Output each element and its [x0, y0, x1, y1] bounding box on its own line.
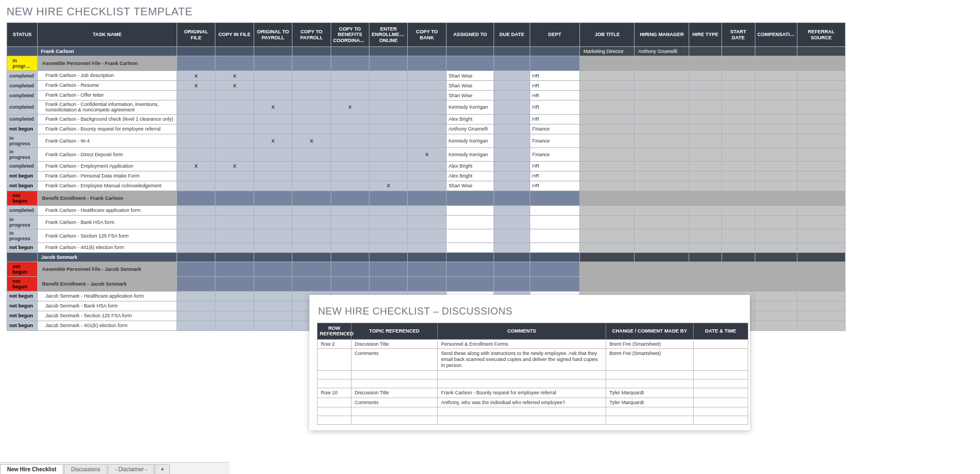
col-header[interactable]: COPY TO BENEFITS COORDINATOR — [331, 23, 369, 47]
mark-cell[interactable] — [215, 291, 254, 301]
mark-cell[interactable] — [369, 134, 407, 147]
mark-cell[interactable] — [177, 171, 215, 181]
mark-cell[interactable] — [369, 215, 407, 229]
table-row[interactable]: completedFrank Carlson - ResumeXXShari W… — [7, 81, 846, 91]
col-header[interactable]: ENTER ENROLLMENT ONLINE — [369, 23, 407, 47]
mark-cell[interactable] — [331, 91, 369, 100]
mark-cell[interactable] — [177, 181, 215, 191]
mark-cell[interactable] — [369, 91, 407, 100]
mark-cell[interactable]: X — [254, 134, 292, 147]
mark-cell[interactable] — [331, 147, 369, 161]
mark-cell[interactable] — [177, 124, 215, 134]
mark-cell[interactable] — [408, 181, 446, 191]
col-header[interactable]: START DATE — [721, 23, 755, 47]
mark-cell[interactable] — [215, 321, 254, 330]
mark-cell[interactable] — [215, 134, 254, 147]
mark-cell[interactable] — [369, 242, 407, 252]
table-row[interactable]: in progressFrank Carlson - Bank HSA form — [7, 215, 846, 229]
mark-cell[interactable] — [408, 100, 446, 115]
mark-cell[interactable] — [254, 291, 292, 301]
mark-cell[interactable] — [369, 81, 407, 91]
mark-cell[interactable] — [215, 301, 254, 311]
col-header[interactable]: DUE DATE — [494, 23, 530, 47]
mark-cell[interactable] — [254, 311, 292, 321]
table-row[interactable]: completedFrank Carlson - Offer letterSha… — [7, 91, 846, 100]
mark-cell[interactable] — [408, 161, 446, 171]
mark-cell[interactable]: X — [369, 181, 407, 191]
mark-cell[interactable] — [331, 81, 369, 91]
mark-cell[interactable] — [254, 215, 292, 229]
disc-row[interactable]: CommentsAnthony, who was the individual … — [318, 398, 748, 407]
col-header[interactable]: ASSIGNED TO — [446, 23, 494, 47]
mark-cell[interactable] — [369, 161, 407, 171]
col-header[interactable]: JOB TITLE — [580, 23, 635, 47]
mark-cell[interactable] — [215, 147, 254, 161]
mark-cell[interactable] — [408, 171, 446, 181]
col-header[interactable]: DEPT — [530, 23, 580, 47]
col-header[interactable]: ORIGINAL TO PAYROLL — [254, 23, 292, 47]
mark-cell[interactable] — [369, 100, 407, 115]
mark-cell[interactable] — [254, 181, 292, 191]
mark-cell[interactable]: X — [177, 81, 215, 91]
mark-cell[interactable] — [254, 205, 292, 215]
mark-cell[interactable] — [177, 291, 215, 301]
disc-row[interactable]: Row 10Discussion TitleFrank Carlson - Bo… — [318, 388, 748, 398]
table-row[interactable]: completedFrank Carlson - Employment Appl… — [7, 161, 846, 171]
mark-cell[interactable] — [408, 242, 446, 252]
sheet-tab[interactable]: - Disclaimer - — [108, 464, 154, 474]
mark-cell[interactable] — [292, 114, 331, 124]
mark-cell[interactable] — [408, 124, 446, 134]
mark-cell[interactable]: X — [177, 161, 215, 171]
mark-cell[interactable] — [215, 205, 254, 215]
mark-cell[interactable] — [254, 114, 292, 124]
col-header[interactable]: COMPENSATION — [755, 23, 797, 47]
mark-cell[interactable] — [215, 100, 254, 115]
col-header[interactable]: STATUS — [7, 23, 38, 47]
mark-cell[interactable]: X — [177, 71, 215, 81]
table-row[interactable]: completedFrank Carlson - Job description… — [7, 71, 846, 81]
mark-cell[interactable] — [177, 114, 215, 124]
mark-cell[interactable] — [177, 215, 215, 229]
mark-cell[interactable] — [254, 171, 292, 181]
mark-cell[interactable] — [177, 242, 215, 252]
col-header[interactable]: COPY TO BANK — [408, 23, 446, 47]
mark-cell[interactable] — [369, 147, 407, 161]
mark-cell[interactable] — [215, 91, 254, 100]
mark-cell[interactable] — [408, 134, 446, 147]
mark-cell[interactable] — [177, 321, 215, 330]
table-row[interactable]: in progressFrank Carlson - Section 125 F… — [7, 229, 846, 242]
mark-cell[interactable] — [369, 229, 407, 242]
mark-cell[interactable] — [292, 229, 331, 242]
table-row[interactable]: completedFrank Carlson - Background chec… — [7, 114, 846, 124]
mark-cell[interactable] — [292, 124, 331, 134]
mark-cell[interactable] — [215, 215, 254, 229]
mark-cell[interactable] — [331, 205, 369, 215]
mark-cell[interactable] — [331, 114, 369, 124]
mark-cell[interactable] — [292, 215, 331, 229]
table-row[interactable]: not begunBenefit Enrollment - Frank Carl… — [7, 191, 846, 205]
mark-cell[interactable] — [177, 311, 215, 321]
mark-cell[interactable] — [177, 301, 215, 311]
mark-cell[interactable] — [292, 100, 331, 115]
mark-cell[interactable] — [331, 161, 369, 171]
mark-cell[interactable] — [215, 229, 254, 242]
disc-row[interactable]: Row 2Discussion TitlePersonnel & Enrollm… — [318, 339, 748, 349]
mark-cell[interactable] — [215, 171, 254, 181]
table-row[interactable]: completedFrank Carlson - Confidential in… — [7, 100, 846, 115]
mark-cell[interactable] — [369, 205, 407, 215]
mark-cell[interactable] — [369, 171, 407, 181]
table-row[interactable]: not begunAssemble Personnel File - Jacob… — [7, 262, 846, 276]
mark-cell[interactable] — [408, 215, 446, 229]
mark-cell[interactable] — [177, 205, 215, 215]
mark-cell[interactable] — [369, 114, 407, 124]
mark-cell[interactable]: X — [408, 147, 446, 161]
mark-cell[interactable] — [254, 301, 292, 311]
disc-row[interactable] — [318, 416, 748, 425]
mark-cell[interactable] — [177, 91, 215, 100]
mark-cell[interactable] — [292, 171, 331, 181]
table-row[interactable]: in progressFrank Carlson - W-4XXKennedy … — [7, 134, 846, 147]
col-header[interactable]: REFERRAL SOURCE — [797, 23, 846, 47]
mark-cell[interactable] — [254, 229, 292, 242]
table-row[interactable]: not begunFrank Carlson - 401(k) election… — [7, 242, 846, 252]
mark-cell[interactable] — [254, 91, 292, 100]
